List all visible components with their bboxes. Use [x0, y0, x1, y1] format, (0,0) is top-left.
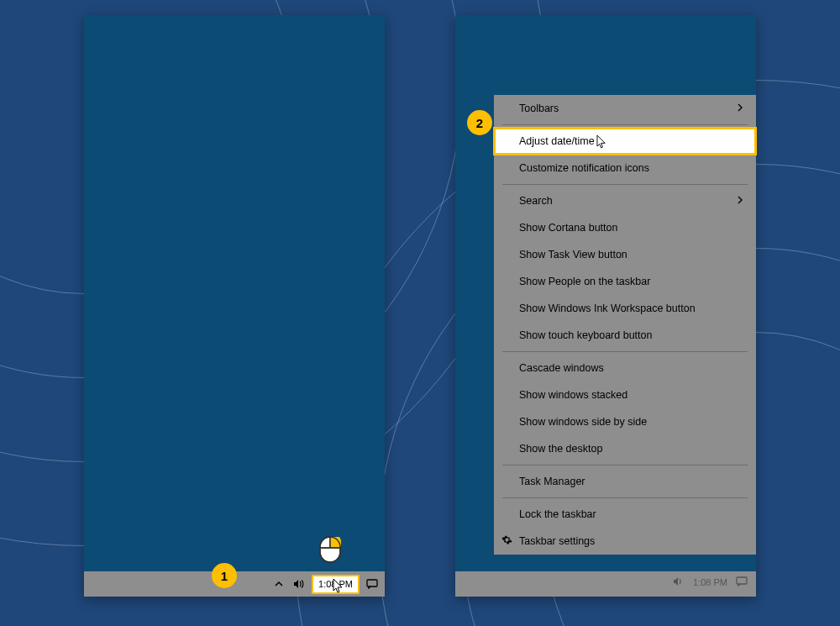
menu-label: Taskbar settings	[519, 535, 595, 547]
desktop-area: 1:08 PM	[84, 15, 385, 597]
menu-adjust-date-time[interactable]: Adjust date/time	[494, 128, 756, 155]
menu-show-touchkb[interactable]: Show touch keyboard button	[494, 322, 756, 349]
menu-separator	[502, 184, 748, 185]
step1-panel: 1:08 PM 1	[84, 15, 385, 597]
mouse-rightclick-icon	[319, 536, 341, 563]
menu-separator	[502, 124, 748, 125]
menu-show-taskview[interactable]: Show Task View button	[494, 241, 756, 268]
step-badge-2: 2	[467, 110, 492, 135]
menu-separator	[502, 465, 748, 466]
menu-lock-taskbar[interactable]: Lock the taskbar	[494, 501, 756, 528]
chevron-right-icon	[736, 195, 744, 207]
menu-show-ink[interactable]: Show Windows Ink Workspace button	[494, 295, 756, 322]
menu-label: Show Windows Ink Workspace button	[519, 302, 696, 314]
menu-label: Search	[519, 195, 553, 207]
menu-label: Adjust date/time	[519, 135, 595, 147]
menu-label: Show windows side by side	[519, 416, 647, 428]
menu-sidebyside[interactable]: Show windows side by side	[494, 408, 756, 435]
menu-stacked[interactable]: Show windows stacked	[494, 381, 756, 408]
menu-separator	[502, 351, 748, 352]
menu-toolbars[interactable]: Toolbars	[494, 95, 756, 122]
taskbar-context-menu: Toolbars Adjust date/time Customize noti…	[494, 95, 756, 555]
action-center-icon[interactable]	[365, 576, 380, 592]
menu-show-desktop[interactable]: Show the desktop	[494, 435, 756, 462]
menu-label: Show touch keyboard button	[519, 329, 652, 341]
tray-overflow-icon[interactable]	[271, 576, 286, 592]
taskbar: 1:08 PM	[455, 571, 756, 597]
menu-label: Show Task View button	[519, 249, 627, 260]
menu-task-manager[interactable]: Task Manager	[494, 468, 756, 495]
menu-label: Customize notification icons	[519, 162, 649, 174]
menu-show-people[interactable]: Show People on the taskbar	[494, 268, 756, 295]
menu-label: Cascade windows	[519, 362, 604, 374]
chevron-right-icon	[736, 103, 744, 114]
menu-label: Toolbars	[519, 103, 559, 114]
gear-icon	[501, 534, 512, 548]
menu-label: Task Manager	[519, 476, 585, 487]
svg-rect-3	[737, 577, 747, 584]
cursor-icon	[596, 134, 607, 149]
step2-panel: Toolbars Adjust date/time Customize noti…	[455, 15, 756, 597]
menu-label: Show People on the taskbar	[519, 276, 650, 287]
menu-cascade[interactable]: Cascade windows	[494, 355, 756, 381]
menu-label: Show the desktop	[519, 443, 602, 455]
step-badge-1: 1	[212, 563, 237, 588]
svg-rect-2	[367, 580, 377, 587]
taskbar-clock[interactable]: 1:08 PM	[693, 577, 727, 587]
menu-label: Lock the taskbar	[519, 508, 596, 520]
volume-icon[interactable]	[291, 576, 307, 592]
menu-separator	[502, 497, 748, 498]
menu-taskbar-settings[interactable]: Taskbar settings	[494, 528, 756, 555]
menu-customize-icons[interactable]: Customize notification icons	[494, 155, 756, 181]
desktop-area: Toolbars Adjust date/time Customize noti…	[455, 15, 756, 597]
volume-icon[interactable]	[673, 576, 685, 588]
menu-show-cortana[interactable]: Show Cortana button	[494, 214, 756, 241]
menu-search[interactable]: Search	[494, 187, 756, 214]
action-center-icon[interactable]	[736, 576, 748, 588]
menu-label: Show Cortana button	[519, 222, 617, 234]
taskbar-clock[interactable]: 1:08 PM	[312, 575, 360, 594]
menu-label: Show windows stacked	[519, 389, 627, 401]
